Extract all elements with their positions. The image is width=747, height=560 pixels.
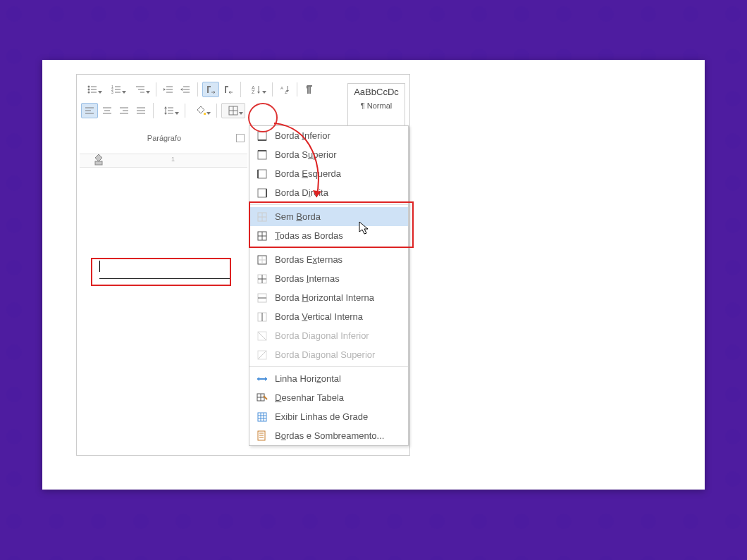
shading-button[interactable] <box>190 104 212 118</box>
menu-item-desenhar-tabela[interactable]: Desenhar Tabela <box>249 388 408 407</box>
svg-point-2 <box>88 89 90 91</box>
svg-text:3: 3 <box>111 90 113 94</box>
border-right-icon <box>257 187 268 199</box>
borders-dropdown-menu: Borda Inferior Borda Superior Borda Esqu… <box>249 125 409 446</box>
line-spacing-button[interactable] <box>158 104 180 118</box>
align-left-button[interactable] <box>81 103 98 118</box>
align-right-button[interactable] <box>116 104 132 118</box>
align-center-button[interactable] <box>99 104 115 118</box>
document-cursor-area <box>91 258 231 286</box>
menu-separator <box>249 366 408 367</box>
decrease-indent-button[interactable] <box>161 82 176 97</box>
svg-text:Z: Z <box>252 89 255 94</box>
style-name-text: ¶ Normal <box>348 101 405 110</box>
word-screenshot: 123 <box>76 74 410 456</box>
view-gridlines-icon <box>257 411 268 423</box>
svg-marker-47 <box>164 106 167 108</box>
style-normal[interactable]: AaBbCcDc ¶ Normal <box>347 83 405 128</box>
borders-shading-icon <box>257 430 268 442</box>
svg-point-0 <box>88 86 90 88</box>
rtl-button[interactable] <box>221 82 236 97</box>
draw-table-icon <box>257 392 268 404</box>
numbering-button[interactable]: 123 <box>105 82 128 97</box>
paragraph-group-label: Parágrafo <box>81 132 247 142</box>
spacing-group <box>158 104 185 118</box>
outside-borders-icon <box>257 254 268 266</box>
ruler[interactable]: 1 <box>80 154 247 168</box>
menu-item-diagonal-inferior: Borda Diagonal Inferior <box>249 326 408 345</box>
menu-separator <box>249 204 408 205</box>
horizontal-line-icon <box>257 373 268 385</box>
diagonal-down-border-icon <box>257 330 268 342</box>
indent-marker-icon[interactable] <box>94 153 104 167</box>
text-cursor <box>99 261 100 272</box>
svg-rect-53 <box>95 161 102 165</box>
svg-rect-58 <box>258 170 266 178</box>
slide: 123 <box>42 60 705 490</box>
border-top-icon <box>257 149 268 161</box>
sort-group: AZ <box>245 82 273 97</box>
list-group: 123 <box>81 82 156 97</box>
svg-marker-52 <box>95 154 102 161</box>
menu-item-bordas-sombreamento[interactable]: Bordas e Sombreamento... <box>249 426 408 445</box>
menu-item-linha-horizontal[interactable]: Linha Horizontal <box>249 369 408 388</box>
indent-group <box>161 82 198 97</box>
menu-item-borda-vertical-interna[interactable]: Borda Vertical Interna <box>249 307 408 326</box>
sort-asc-button[interactable]: AZ <box>277 82 292 97</box>
no-border-icon <box>257 211 268 223</box>
paragraph-label-text: Parágrafo <box>147 134 181 142</box>
menu-item-bordas-internas[interactable]: Bordas Internas <box>249 269 408 288</box>
menu-separator <box>249 247 408 248</box>
borders-group <box>221 103 249 118</box>
svg-rect-60 <box>258 189 266 197</box>
svg-marker-83 <box>257 377 259 381</box>
justify-button[interactable] <box>133 104 149 118</box>
multilevel-list-button[interactable] <box>129 82 152 97</box>
svg-marker-22 <box>180 88 183 91</box>
all-borders-icon <box>257 230 268 242</box>
align-group <box>81 103 154 118</box>
paragraph-marks-button[interactable] <box>302 82 317 97</box>
increase-indent-button[interactable] <box>178 82 193 97</box>
svg-marker-48 <box>164 113 167 115</box>
ltr-button[interactable] <box>202 82 219 97</box>
sort-button[interactable]: AZ <box>245 82 268 97</box>
diagonal-up-border-icon <box>257 349 268 361</box>
svg-rect-56 <box>258 151 266 159</box>
border-bottom-icon <box>257 130 268 142</box>
direction-group <box>202 82 241 97</box>
menu-item-borda-inferior[interactable]: Borda Inferior <box>249 126 408 145</box>
svg-marker-26 <box>257 92 260 94</box>
svg-marker-18 <box>163 88 166 91</box>
inside-borders-icon <box>257 273 268 285</box>
menu-item-diagonal-superior: Borda Diagonal Superior <box>249 345 408 364</box>
svg-rect-54 <box>258 132 266 140</box>
svg-rect-88 <box>258 413 266 421</box>
bullets-button[interactable] <box>81 82 104 97</box>
style-sample-text: AaBbCcDc <box>348 87 405 97</box>
menu-item-borda-horizontal-interna[interactable]: Borda Horizontal Interna <box>249 288 408 307</box>
menu-item-borda-superior[interactable]: Borda Superior <box>249 145 408 164</box>
inside-horizontal-border-icon <box>257 292 268 304</box>
border-left-icon <box>257 168 268 180</box>
sort2-group: AZ <box>277 82 297 97</box>
svg-line-81 <box>258 351 266 359</box>
menu-item-bordas-externas[interactable]: Bordas Externas <box>249 250 408 269</box>
shading-group <box>190 104 217 118</box>
menu-item-sem-borda[interactable]: Sem Borda <box>249 207 408 226</box>
svg-line-79 <box>258 332 266 340</box>
svg-text:A: A <box>280 86 283 90</box>
show-marks-group <box>302 82 321 97</box>
menu-item-borda-direita[interactable]: Borda Direita <box>249 183 408 202</box>
svg-point-4 <box>88 92 90 94</box>
inside-vertical-border-icon <box>257 311 268 323</box>
menu-item-borda-esquerda[interactable]: Borda Esquerda <box>249 164 408 183</box>
borders-button[interactable] <box>221 103 245 118</box>
ruler-tick-1: 1 <box>171 156 175 163</box>
menu-item-exibir-linhas-grade[interactable]: Exibir Linhas de Grade <box>249 407 408 426</box>
svg-marker-84 <box>265 377 267 381</box>
menu-item-todas-bordas[interactable]: Todas as Bordas <box>249 226 408 245</box>
